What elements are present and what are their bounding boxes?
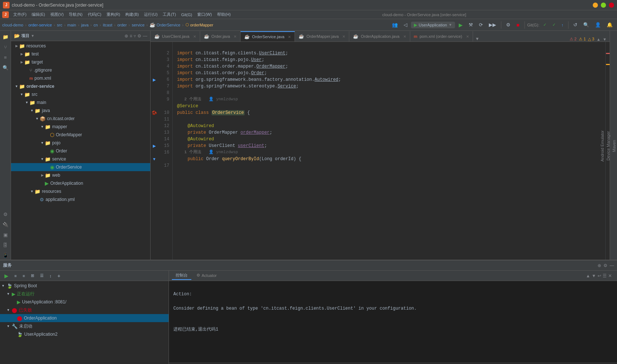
sidebar-plugins-icon[interactable]: 🔌 [1,220,10,229]
panel-gear-icon[interactable]: ⊕ [598,263,601,268]
code-container[interactable]: ▶ 🫘 ▶ ▼ 2 3 4 5 6 [151,42,610,260]
svc-item-failed-group[interactable]: ▼ ⬤ 已失败 [0,306,169,314]
tree-item-order[interactable]: ◉ Order [11,147,150,155]
tree-item-pojo[interactable]: ▼ 📁 pojo [11,139,150,147]
tab-close-icon[interactable]: ✕ [466,35,469,39]
menu-edit[interactable]: 编辑(E) [29,10,47,19]
breadcrumb-ordermapper-field[interactable]: ⬡ orderMapper [185,22,213,27]
menu-code[interactable]: 代码(C) [86,10,104,19]
sidebar-database-icon[interactable]: 🗄 [1,241,10,249]
menu-refactor[interactable]: 重构(R) [104,10,122,19]
minimize-button[interactable]: — [593,3,598,8]
notification-icon[interactable]: 🔔 [605,20,615,30]
tree-item-resources2[interactable]: ▼ 📁 resources [11,187,150,195]
tree-item-applicationyml[interactable]: ⚙ application.yml [11,195,150,203]
svc-item-running-group[interactable]: ▼ ▶ 正在运行 [0,290,169,298]
team-icon[interactable]: 👥 [390,20,400,30]
run-config-dropdown[interactable]: ▶ UserApplication ▼ [411,22,455,28]
tree-item-pom1[interactable]: m pom.xml [11,74,150,82]
tree-item-web[interactable]: ▶ 📁 web [11,171,150,179]
tab-console[interactable]: 控制台 [172,272,191,280]
svc-item-userapp8081[interactable]: ▶ UserApplication :8081/ [0,298,169,306]
svc-btn-1[interactable]: ≡ [12,271,19,281]
menu-run[interactable]: 运行(U) [142,10,160,19]
fold-icon-7[interactable]: ▶ [153,76,156,83]
menu-git[interactable]: Git(G) [179,10,194,19]
breadcrumb-service[interactable]: service [132,23,145,27]
android-emulator-label[interactable]: Android Emulator [599,128,605,164]
svc-run-btn[interactable]: ▶ [2,271,11,281]
tab-close-icon[interactable]: ✕ [403,35,406,39]
maximize-button[interactable]: □ [601,3,606,8]
scroll-down-icon[interactable]: ▼ [603,37,607,42]
git-check[interactable]: ✓ [541,20,549,30]
tab-close-icon[interactable]: ✕ [234,35,237,39]
tree-item-package[interactable]: ▼ 📦 cn.itcast.order [11,115,150,123]
tab-close-icon[interactable]: ✕ [342,35,345,39]
stop-button[interactable]: ■ [514,20,522,30]
code-content[interactable]: import cn.itcast.feign.clients.UserClien… [173,42,605,260]
menu-build[interactable]: 构建(B) [123,10,141,19]
sidebar-terminal-icon[interactable]: ▣ [1,230,10,239]
console-filter-icon[interactable]: ☰ [603,273,607,278]
tree-item-java[interactable]: ▼ 📁 java [11,107,150,115]
sidebar-structure-icon[interactable]: ≡ [1,53,10,62]
hint-count[interactable]: △ 3 [588,37,594,42]
project-dropdown-arrow[interactable]: ▼ [31,34,35,38]
sidebar-search-icon[interactable]: 🔍 [1,63,10,72]
breadcrumb-itcast[interactable]: itcast [103,23,112,27]
console-output[interactable]: Action: Consider defining a bean of type… [169,281,617,363]
tab-userclient[interactable]: ☕ UserClient.java ✕ [151,31,200,42]
menu-window[interactable]: 窗口(W) [195,10,214,19]
tree-item-orderservice[interactable]: ◉ OrderService [11,163,150,171]
tree-item-orderapplication[interactable]: ▶ OrderApplication [11,179,150,187]
svc-btn-5[interactable]: ↕ [47,271,54,281]
undo-button[interactable]: ↺ [571,20,580,30]
breadcrumb-java[interactable]: java [81,23,89,27]
svc-btn-4[interactable]: ☰ [38,271,46,281]
sidebar-commit-icon[interactable]: ⑂ [1,43,10,51]
close-button[interactable]: ✕ [609,3,614,8]
menu-navigate[interactable]: 导航(N) [66,10,84,19]
tree-item-test[interactable]: ▶ 📁 test [11,50,150,58]
console-clear-icon[interactable]: ✕ [608,273,612,278]
tab-close-icon[interactable]: ✕ [193,35,196,39]
tree-collapse-icon[interactable]: ≡ [130,33,132,39]
tree-sync-icon[interactable]: ⊕ [125,33,128,39]
svc-btn-3[interactable]: ⊞ [29,271,36,281]
menu-tools[interactable]: 工具(T) [160,10,178,19]
tab-ordermapper[interactable]: ☕ OrderMapper.java ✕ [295,31,349,42]
tree-settings-icon[interactable]: ⚙ [137,33,141,39]
sidebar-android-icon[interactable]: 📱 [1,251,10,260]
svc-item-notstarted-group[interactable]: ▼ 🔧 未启动 [0,322,169,330]
panel-settings-icon[interactable]: ⚙ [603,263,607,268]
tree-item-main[interactable]: ▼ 📁 main [11,98,150,107]
tree-filter-icon[interactable]: ▿ [134,33,136,39]
svc-btn-2[interactable]: ≡ [20,271,27,281]
tree-item-gitignore[interactable]: ⑂ .gitignore [11,66,150,74]
breadcrumb-cloud-demo[interactable]: cloud-demo [2,23,23,27]
tree-item-ordermapper[interactable]: ⬡ OrderMapper [11,131,150,139]
tabs-overflow-button[interactable]: ▾ [473,36,481,42]
console-scroll-up[interactable]: ▲ [586,273,590,278]
sidebar-settings-icon[interactable]: ⚙ [1,210,10,219]
tab-pomxml[interactable]: m pom.xml (order-service) ✕ [410,31,473,42]
breadcrumb-order-service[interactable]: order-service [28,23,52,27]
tab-close-icon[interactable]: ✕ [288,35,291,39]
git-push[interactable]: ↑ [559,20,566,30]
tree-item-src[interactable]: ▼ 📁 src [11,90,150,98]
svc-add-btn[interactable]: + [55,271,62,281]
breadcrumb-order[interactable]: order [117,23,127,27]
error-count[interactable]: ⚠ 2 [570,37,577,42]
tree-close-icon[interactable]: — [143,33,147,39]
console-scroll-down[interactable]: ▼ [592,273,596,278]
breadcrumb-main[interactable]: main [67,23,76,27]
tab-orderservice[interactable]: ☕ OrderService.java ✕ [241,31,295,42]
fold-icon-16[interactable]: ▶ [153,143,156,149]
tab-order[interactable]: ☕ Order.java ✕ [200,31,241,42]
settings-button[interactable]: ⚙ [504,20,513,30]
sidebar-project-icon[interactable]: 📁 [1,32,10,41]
git-commit[interactable]: ✓ [550,20,558,30]
navigate-back[interactable]: ◁ [401,20,409,30]
breadcrumb-src[interactable]: src [57,23,62,27]
